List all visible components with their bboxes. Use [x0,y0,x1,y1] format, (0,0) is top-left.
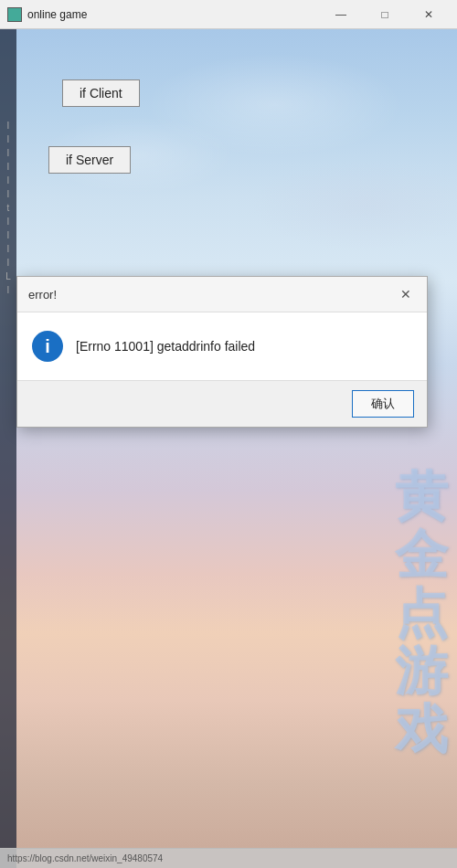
dialog-close-button[interactable]: ✕ [396,284,416,304]
watermark-char-1: 黄 [395,468,448,526]
dialog-header: error! ✕ [17,277,427,312]
left-strip: III III tII IIL I [0,29,16,868]
dialog-body: i [Errno 11001] getaddrinfo failed [17,312,427,380]
minimize-button[interactable]: — [320,0,362,29]
title-bar: online game — □ ✕ [0,0,457,29]
dialog-title: error! [28,288,57,302]
maximize-button[interactable]: □ [364,0,406,29]
watermark-char-5: 戏 [395,701,448,759]
watermark: 黄 金 点 游 戏 [395,468,448,759]
if-client-button[interactable]: if Client [62,79,140,107]
close-button[interactable]: ✕ [408,0,450,29]
info-icon: i [32,331,63,362]
if-server-button[interactable]: if Server [48,146,131,174]
error-dialog: error! ✕ i [Errno 11001] getaddrinfo fai… [16,276,428,428]
main-content: III III tII IIL I if Client if Server 黄 … [0,29,457,868]
watermark-char-2: 金 [395,526,448,585]
watermark-char-4: 游 [395,642,448,701]
dialog-footer: 确认 [17,380,427,427]
watermark-char-3: 点 [395,585,448,643]
url-text: https://blog.csdn.net/weixin_49480574 [7,853,163,863]
bottom-bar: https://blog.csdn.net/weixin_49480574 [0,848,457,868]
dialog-message: [Errno 11001] getaddrinfo failed [76,339,255,354]
title-bar-controls: — □ ✕ [320,0,450,29]
confirm-button[interactable]: 确认 [352,390,414,418]
app-icon [7,7,22,22]
window-title: online game [27,8,320,21]
